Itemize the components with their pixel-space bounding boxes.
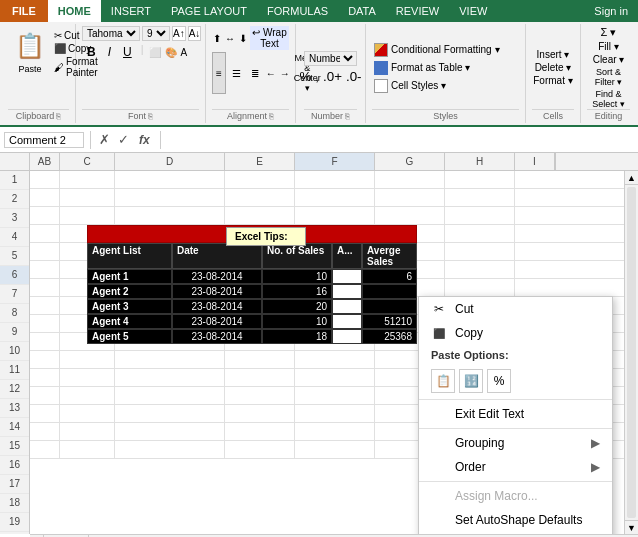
paste-option-2[interactable]: 🔢 <box>459 369 483 393</box>
row-num-18[interactable]: 18 <box>0 494 29 513</box>
fill-button[interactable]: Fill ▾ <box>598 41 619 52</box>
align-left-button[interactable]: ≡ <box>212 52 226 94</box>
align-center-button[interactable]: ☰ <box>228 52 245 94</box>
cancel-input-icon[interactable]: ✗ <box>95 131 114 148</box>
decrease-font-button[interactable]: A↓ <box>188 26 202 41</box>
increase-decimal-button[interactable]: .0+ <box>322 68 343 85</box>
increase-indent-button[interactable]: → <box>279 52 291 94</box>
number-format-select[interactable]: Number <box>304 51 357 66</box>
align-bottom-button[interactable]: ⬇ <box>238 26 248 50</box>
row-num-2[interactable]: 2 <box>0 190 29 209</box>
align-right-button[interactable]: ≣ <box>247 52 263 94</box>
formula-input[interactable] <box>165 133 634 147</box>
paste-option-1[interactable]: 📋 <box>431 369 455 393</box>
autosum-button[interactable]: Σ ▾ <box>601 26 617 39</box>
scroll-down-button[interactable]: ▼ <box>625 520 638 534</box>
order-arrow-icon: ▶ <box>591 460 600 474</box>
tab-data[interactable]: DATA <box>338 0 386 22</box>
align-middle-button[interactable]: ↔ <box>224 26 236 50</box>
insert-cells-button[interactable]: Insert ▾ <box>537 49 570 60</box>
row-num-12[interactable]: 12 <box>0 380 29 399</box>
menu-item-order[interactable]: Order ▶ <box>419 455 612 479</box>
menu-item-autoShape-defaults[interactable]: Set AutoShape Defaults <box>419 508 612 532</box>
percent-button[interactable]: % <box>298 68 312 85</box>
increase-font-button[interactable]: A↑ <box>172 26 186 41</box>
paste-button[interactable]: 📋 Paste <box>8 26 52 76</box>
row-num-3[interactable]: 3 <box>0 209 29 228</box>
row-num-13[interactable]: 13 <box>0 399 29 418</box>
formula-bar-separator <box>160 131 161 149</box>
row-num-14[interactable]: 14 <box>0 418 29 437</box>
menu-item-cut[interactable]: ✂ Cut <box>419 297 612 321</box>
file-tab[interactable]: FILE <box>0 0 48 22</box>
format-cells-button[interactable]: Format ▾ <box>533 75 572 86</box>
fill-color-button[interactable]: 🎨 <box>164 43 178 61</box>
alignment-label: Alignment ⎘ <box>212 109 289 121</box>
row-num-9[interactable]: 9 <box>0 323 29 342</box>
number-group: Number % , .0+ .0- Number ⎘ <box>296 24 366 123</box>
clear-button[interactable]: Clear ▾ <box>593 54 625 65</box>
underline-button[interactable]: U <box>118 43 137 61</box>
ribbon-body: 📋 Paste ✂ Cut ⬛ Copy 🖌 Format Painter Cl… <box>0 22 638 127</box>
row-num-5[interactable]: 5 <box>0 247 29 266</box>
col-header-f[interactable]: F <box>295 153 375 170</box>
tab-formulas[interactable]: FORMULAS <box>257 0 338 22</box>
conditional-formatting-button[interactable]: Conditional Formatting ▾ <box>372 42 519 58</box>
row-num-4[interactable]: 4 <box>0 228 29 247</box>
cell-styles-button[interactable]: Cell Styles ▾ <box>372 78 519 94</box>
row-num-19[interactable]: 19 <box>0 513 29 532</box>
tab-page-layout[interactable]: PAGE LAYOUT <box>161 0 257 22</box>
col-header-c[interactable]: C <box>60 153 115 170</box>
cells-group: Insert ▾ Delete ▾ Format ▾ Cells <box>526 24 581 123</box>
sign-in[interactable]: Sign in <box>584 0 638 22</box>
font-name-select[interactable]: Tahoma <box>82 26 140 41</box>
find-select-button[interactable]: Find & Select ▾ <box>587 89 630 109</box>
wrap-text-button[interactable]: ↩ Wrap Text <box>250 26 289 50</box>
decrease-decimal-button[interactable]: .0- <box>345 68 363 85</box>
formula-bar: ✗ ✓ fx <box>0 127 638 153</box>
paste-option-3[interactable]: % <box>487 369 511 393</box>
sort-filter-button[interactable]: Sort & Filter ▾ <box>587 67 630 87</box>
confirm-input-icon[interactable]: ✓ <box>114 131 133 148</box>
row-num-16[interactable]: 16 <box>0 456 29 475</box>
vertical-scrollbar[interactable]: ▲ ▼ <box>624 171 638 534</box>
border-button[interactable]: ⬜ <box>148 43 162 61</box>
menu-item-copy[interactable]: ⬛ Copy <box>419 321 612 345</box>
bold-button[interactable]: B <box>82 43 101 61</box>
thousands-button[interactable]: , <box>314 68 320 85</box>
tab-home[interactable]: HOME <box>48 0 101 22</box>
col-header-ab[interactable]: AB <box>30 153 60 170</box>
row-num-7[interactable]: 7 <box>0 285 29 304</box>
function-icon[interactable]: fx <box>133 132 156 148</box>
tab-review[interactable]: REVIEW <box>386 0 449 22</box>
col-header-d[interactable]: D <box>115 153 225 170</box>
row-num-11[interactable]: 11 <box>0 361 29 380</box>
table-row: Agent 2 23-08-2014 16 <box>87 284 417 299</box>
col-header-g[interactable]: G <box>375 153 445 170</box>
col-header-e[interactable]: E <box>225 153 295 170</box>
table-row: Agent 5 23-08-2014 18 25368 <box>87 329 417 344</box>
row-num-10[interactable]: 10 <box>0 342 29 361</box>
menu-item-exit-edit[interactable]: Exit Edit Text <box>419 402 612 426</box>
context-menu: ✂ Cut ⬛ Copy Paste Options: 📋 🔢 % Exit E… <box>418 296 613 534</box>
table-sub-headers: Agent List Date No. of Sales A... Averge… <box>87 243 417 269</box>
tab-view[interactable]: VIEW <box>449 0 497 22</box>
align-top-button[interactable]: ⬆ <box>212 26 222 50</box>
row-num-17[interactable]: 17 <box>0 475 29 494</box>
col-header-i[interactable]: I <box>515 153 555 170</box>
scroll-up-button[interactable]: ▲ <box>625 171 638 185</box>
format-as-table-button[interactable]: Format as Table ▾ <box>372 60 519 76</box>
col-header-h[interactable]: H <box>445 153 515 170</box>
row-num-1[interactable]: 1 <box>0 171 29 190</box>
tab-insert[interactable]: INSERT <box>101 0 161 22</box>
row-num-8[interactable]: 8 <box>0 304 29 323</box>
font-size-select[interactable]: 9 <box>142 26 170 41</box>
italic-button[interactable]: I <box>103 43 116 61</box>
row-num-15[interactable]: 15 <box>0 437 29 456</box>
font-color-button[interactable]: A <box>180 43 189 61</box>
cell-reference-box[interactable] <box>4 132 84 148</box>
row-num-6[interactable]: 6 <box>0 266 29 285</box>
decrease-indent-button[interactable]: ← <box>265 52 277 94</box>
delete-cells-button[interactable]: Delete ▾ <box>535 62 572 73</box>
menu-item-grouping[interactable]: Grouping ▶ <box>419 431 612 455</box>
